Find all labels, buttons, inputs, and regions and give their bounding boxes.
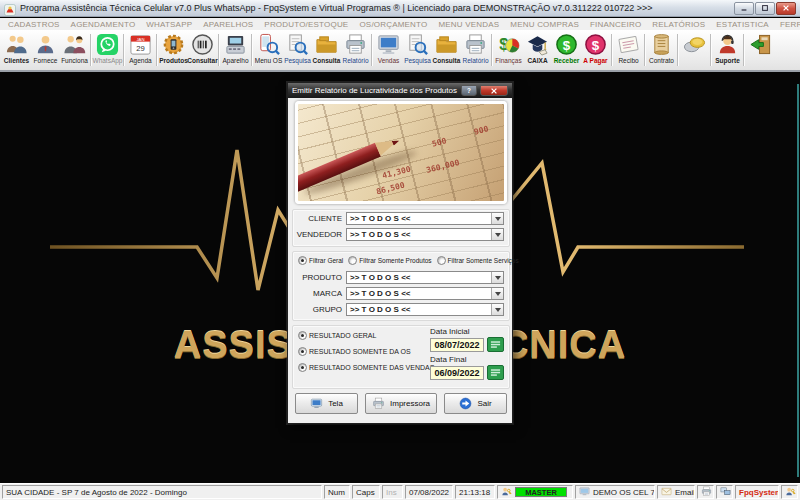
toolbar-separator [743, 34, 745, 66]
status-printer[interactable] [697, 485, 714, 499]
toolbar: Clientes Fornece Funciona WhatsApp JAN29… [0, 30, 800, 72]
contract-icon [650, 33, 673, 56]
dialog-button[interactable]: Tela [295, 393, 358, 414]
toolbar-button[interactable]: Pesquisa [403, 31, 432, 69]
toolbar-separator [611, 34, 613, 66]
toolbar-button[interactable]: Menu OS [254, 31, 283, 69]
menu-item[interactable]: WHATSAPP [143, 20, 192, 29]
toolbar-button[interactable]: Consulta [432, 31, 461, 69]
status-num-lock: Num [324, 485, 350, 499]
window-button[interactable] [734, 2, 754, 15]
menu-item[interactable]: CADASTROS [5, 20, 60, 29]
dropdown-select[interactable]: >> T O D O S << [346, 271, 504, 284]
menu-item[interactable]: ESTATISTICA [713, 20, 769, 29]
dropdown-select[interactable]: >> T O D O S << [346, 228, 504, 241]
menu-item[interactable]: PRODUTO/ESTOQUE [261, 20, 348, 29]
menu-item[interactable]: MENU COMPRAS [507, 20, 579, 29]
chevron-down-icon[interactable] [491, 304, 503, 315]
toolbar-button[interactable]: Aparelho [221, 31, 250, 69]
radio-icon[interactable] [298, 256, 307, 265]
status-email[interactable]: Email [657, 485, 695, 499]
radio-option[interactable]: RESULTADO SOMENTE DA OS [298, 347, 434, 356]
result-mode-radios: RESULTADO GERAL RESULTADO SOMENTE DA OS … [298, 331, 434, 372]
toolbar-separator [491, 34, 493, 66]
calendar-button[interactable] [487, 337, 504, 352]
radio-icon[interactable] [298, 363, 307, 372]
toolbar-button[interactable]: Recibo [614, 31, 643, 69]
barcode-icon [191, 33, 214, 56]
filter-field-row: CLIENTE >> T O D O S << [294, 212, 508, 225]
dropdown-select[interactable]: >> T O D O S << [346, 303, 504, 316]
toolbar-button[interactable]: $ Receber [552, 31, 581, 69]
exit-door-icon [749, 33, 772, 56]
date-final-field[interactable]: 06/09/2022 [430, 366, 484, 380]
window-button[interactable] [776, 2, 796, 15]
radio-option[interactable]: RESULTADO SOMENTE DAS VENDAS [298, 363, 434, 372]
background-edge-strip [797, 84, 799, 477]
status-license[interactable]: DEMO OS CEL 7.0 [575, 485, 655, 499]
radio-option[interactable]: Filtrar Somente Serviços [437, 256, 519, 265]
svg-text:29: 29 [136, 44, 145, 53]
radio-option[interactable]: Filtrar Geral [298, 256, 343, 265]
coins-icon [683, 33, 706, 56]
calendar-button[interactable] [487, 365, 504, 380]
close-icon[interactable] [480, 85, 508, 96]
date-initial-row: 08/07/2022 [430, 337, 504, 352]
toolbar-button[interactable]: WhatsApp [93, 31, 122, 69]
menu-item[interactable]: RELATÓRIOS [649, 20, 705, 29]
dropdown-select[interactable]: >> T O D O S << [346, 212, 504, 225]
status-user: MASTER [497, 485, 573, 499]
toolbar-button[interactable]: CAIXA [523, 31, 552, 69]
radio-option[interactable]: Filtrar Somente Produtos [348, 256, 431, 265]
toolbar-button[interactable]: Produtos [159, 31, 188, 69]
radio-icon[interactable] [348, 256, 357, 265]
chevron-down-icon[interactable] [491, 229, 503, 240]
radio-icon[interactable] [298, 331, 307, 340]
dollar-green-icon: $ [555, 33, 578, 56]
app-icon [4, 2, 16, 14]
status-network[interactable] [716, 485, 733, 499]
chevron-down-icon[interactable] [491, 272, 503, 283]
radio-icon[interactable] [437, 256, 446, 265]
dialog-button[interactable]: Impressora [365, 393, 437, 414]
toolbar-button[interactable]: Consulta [312, 31, 341, 69]
employees-icon [63, 33, 86, 56]
dollar-red-icon: $ [584, 33, 607, 56]
window-button[interactable] [755, 2, 775, 15]
toolbar-button[interactable]: Fornece [31, 31, 60, 69]
toolbar-button[interactable]: Pesquisa [283, 31, 312, 69]
calendar-button-icon [489, 338, 502, 353]
title-bar: Programa Assistência Técnica Celular v7.… [0, 0, 800, 17]
toolbar-button[interactable]: Consultar [188, 31, 217, 69]
date-initial-field[interactable]: 08/07/2022 [430, 338, 484, 352]
menu-item[interactable]: MENU VENDAS [435, 20, 499, 29]
toolbar-button[interactable] [746, 31, 775, 69]
toolbar-button[interactable]: $ Finanças [494, 31, 523, 69]
dialog-button[interactable]: Sair [444, 393, 507, 414]
menu-item[interactable]: APARELHOS [200, 20, 253, 29]
toolbar-button[interactable]: Clientes [2, 31, 31, 69]
menu-item[interactable]: FINANCEIRO [587, 20, 641, 29]
menu-bar: CADASTROS AGENDAMENTO WHATSAPP APARELHOS… [0, 18, 800, 30]
toolbar-button[interactable]: Vendas [374, 31, 403, 69]
printer-icon [372, 397, 385, 410]
help-icon[interactable]: ? [461, 85, 477, 96]
menu-item[interactable]: FERRAMENTAS [777, 20, 800, 29]
menu-item[interactable]: AGENDAMENTO [68, 20, 136, 29]
radio-option[interactable]: RESULTADO GERAL [298, 331, 434, 340]
whatsapp-icon [96, 33, 119, 56]
menu-item[interactable]: OS/ORÇAMENTO [356, 20, 427, 29]
printer-icon [701, 486, 712, 499]
chevron-down-icon[interactable] [491, 288, 503, 299]
toolbar-button[interactable]: JAN29 Agenda [126, 31, 155, 69]
chevron-down-icon[interactable] [491, 213, 503, 224]
dropdown-select[interactable]: >> T O D O S << [346, 287, 504, 300]
toolbar-button[interactable]: Suporte [713, 31, 742, 69]
toolbar-button[interactable]: Relatório [461, 31, 490, 69]
toolbar-button[interactable]: Contrato [647, 31, 676, 69]
toolbar-button[interactable]: Funciona [60, 31, 89, 69]
toolbar-button[interactable]: $ A Pagar [581, 31, 610, 69]
toolbar-button[interactable]: Relatório [341, 31, 370, 69]
radio-icon[interactable] [298, 347, 307, 356]
toolbar-button[interactable] [680, 31, 709, 69]
